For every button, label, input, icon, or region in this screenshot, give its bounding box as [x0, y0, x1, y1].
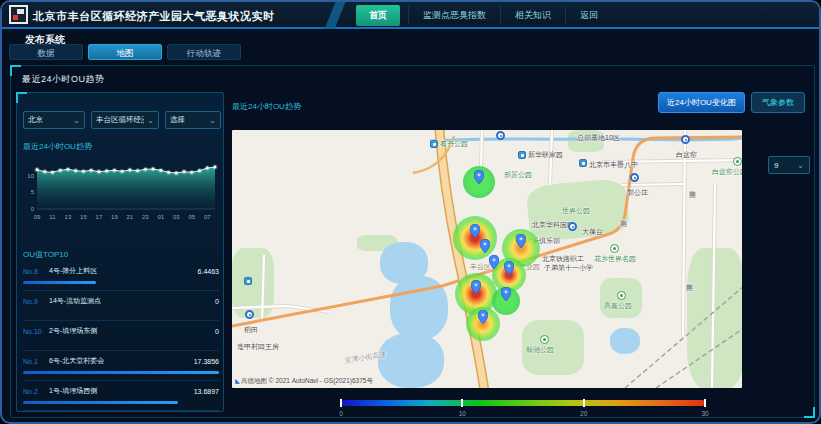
progress-bar — [23, 371, 219, 374]
tab-item[interactable]: 行动轨迹 — [167, 44, 241, 60]
rank-label: No.2 — [23, 388, 49, 395]
map-label-park: 邵景公园 — [504, 170, 532, 180]
park-marker-icon[interactable] — [733, 157, 742, 166]
nav-item-active[interactable]: 首页 — [356, 5, 400, 26]
ou-change-chart-button[interactable]: 近24小时OU变化图 — [658, 92, 745, 113]
metro-station-icon[interactable] — [568, 222, 577, 231]
map-label-place: 大葆台 — [582, 227, 603, 237]
row-content: No.914号-流动监测点0 — [23, 291, 219, 306]
weather-params-button[interactable]: 气象参数 — [751, 92, 805, 113]
dashboard-window: 北京市丰台区循环经济产业园大气恶臭状况实时 首页监测点恶臭指数相关知识返回 发布… — [0, 0, 821, 424]
station-name: 4号-筛分上料区 — [49, 266, 198, 276]
chevron-down-icon: ⌄ — [147, 116, 154, 125]
ou-value: 13.6897 — [194, 388, 219, 395]
tab-item[interactable]: 数据 — [9, 44, 83, 60]
left-panel: 北京⌄丰台区循环经济产⌄选择⌄ 最近24小时OU趋势 0510091113151… — [16, 92, 224, 412]
svg-text:21: 21 — [127, 214, 134, 220]
svg-text:03: 03 — [173, 214, 180, 220]
monitor-pin-icon[interactable] — [474, 170, 484, 188]
rank-label: No.8 — [23, 268, 49, 275]
ou-trend-chart: 0510091113151719212301030507 — [21, 151, 221, 243]
monitor-pin-icon[interactable] — [516, 234, 526, 252]
ou-value: 6.4463 — [198, 268, 219, 275]
map-attribution: ◣高德地图 © 2021 AutoNavi - GS(2021)6375号 — [235, 377, 373, 386]
filter-select-value: 丰台区循环经济产 — [96, 115, 144, 125]
park-marker-icon[interactable] — [540, 335, 549, 344]
filter-select-value: 北京 — [28, 115, 43, 125]
poi-marker-icon[interactable] — [244, 277, 252, 285]
svg-text:23: 23 — [142, 214, 149, 220]
filter-select-2[interactable]: 丰台区循环经济产⌄ — [91, 111, 159, 129]
ou-top-list: No.84号-筛分上料区6.4463No.914号-流动监测点0No.102号-… — [23, 261, 219, 411]
map-label-place: 欢乐俱乐部 — [525, 236, 560, 246]
tab-active[interactable]: 地图 — [88, 44, 162, 60]
svg-text:5: 5 — [31, 189, 35, 195]
station-name: 6号-北天堂村委会 — [49, 356, 194, 366]
svg-text:13: 13 — [65, 214, 72, 220]
metro-station-icon[interactable] — [681, 135, 690, 144]
svg-text:09: 09 — [34, 214, 41, 220]
monitor-pin-icon[interactable] — [501, 287, 511, 305]
map-zoom-value: 9 — [774, 161, 778, 170]
monitor-pin-icon[interactable] — [470, 224, 480, 242]
table-row[interactable]: No.21号-填埋场西侧13.6897 — [23, 381, 219, 411]
poi-marker-icon[interactable] — [518, 151, 526, 159]
poi-marker-icon[interactable] — [430, 140, 438, 148]
legend-tick — [704, 399, 706, 407]
station-name: 14号-流动监测点 — [49, 296, 215, 306]
topbar: 北京市丰台区循环经济产业园大气恶臭状况实时 首页监测点恶臭指数相关知识返回 — [2, 2, 819, 29]
station-name: 2号-填埋场东侧 — [49, 326, 215, 336]
legend-tick — [461, 399, 463, 407]
panel-title: 最近24小时OU趋势 — [22, 73, 105, 86]
rank-label: No.10 — [23, 328, 49, 335]
filter-row: 北京⌄丰台区循环经济产⌄选择⌄ — [23, 111, 221, 129]
map-label-place: 白盆窑 — [676, 150, 697, 160]
map-zoom-select[interactable]: 9 ⌄ — [768, 156, 810, 174]
monitor-pin-icon[interactable] — [489, 255, 499, 273]
monitor-pin-icon[interactable] — [478, 310, 488, 328]
legend-tick-label: 30 — [701, 410, 708, 417]
progress-bar — [23, 401, 178, 404]
nav-item-link[interactable]: 监测点恶臭指数 — [408, 6, 500, 25]
svg-text:01: 01 — [157, 214, 164, 220]
metro-station-icon[interactable] — [630, 173, 639, 182]
row-content: No.102号-填埋场东侧0 — [23, 321, 219, 336]
svg-text:0: 0 — [31, 206, 35, 212]
map-label-park: 看丹公园 — [440, 139, 468, 149]
park-marker-icon[interactable] — [617, 291, 626, 300]
poi-marker-icon[interactable] — [579, 159, 587, 167]
table-row[interactable]: No.84号-筛分上料区6.4463 — [23, 261, 219, 291]
ou-value: 0 — [215, 328, 219, 335]
ou-color-scale: 0102030 — [341, 400, 705, 406]
monitor-pin-icon[interactable] — [471, 280, 481, 298]
monitor-pin-icon[interactable] — [504, 261, 514, 279]
map-canvas[interactable]: 总部基地10区看丹公园新华联家园邵景公园北京市丰台八中郭公庄白盆窑白盆窑公园世界… — [232, 130, 742, 388]
metro-station-icon[interactable] — [496, 131, 505, 140]
corner-accent — [16, 92, 27, 103]
nav-item-link[interactable]: 相关知识 — [500, 6, 565, 25]
park-marker-icon[interactable] — [610, 244, 619, 253]
map-label-place: 总部基地10区 — [577, 133, 620, 143]
progress-bar — [23, 281, 96, 284]
svg-text:10: 10 — [27, 173, 34, 179]
table-row[interactable]: No.914号-流动监测点0 — [23, 291, 219, 321]
table-row[interactable]: No.16号-北天堂村委会17.3856 — [23, 351, 219, 381]
map-label-park: 花乡世界名园 — [594, 254, 636, 264]
map-label-place: 新华联家园 — [528, 150, 563, 160]
filter-select-1[interactable]: 北京⌄ — [23, 111, 85, 129]
metro-station-icon[interactable] — [245, 310, 254, 319]
map-label-place: 稻田 — [244, 325, 258, 335]
table-row[interactable]: No.102号-填埋场东侧0 — [23, 321, 219, 351]
legend-tick-label: 20 — [580, 410, 587, 417]
map-label-park: 白盆窑公园 — [712, 167, 742, 177]
nav-item-link[interactable]: 返回 — [565, 6, 612, 25]
chevron-down-icon: ⌄ — [209, 116, 216, 125]
topbar-nav: 首页监测点恶臭指数相关知识返回 — [226, 2, 612, 29]
map-label-place: 子弟第十一小学 — [544, 263, 593, 273]
map-label-park: 高鑫公园 — [604, 301, 632, 311]
svg-text:15: 15 — [80, 214, 87, 220]
top-list-title: OU值TOP10 — [23, 249, 68, 260]
filter-select-3[interactable]: 选择⌄ — [165, 111, 221, 129]
legend-tick — [340, 399, 342, 407]
map-label-place: 郭公庄 — [627, 188, 648, 198]
